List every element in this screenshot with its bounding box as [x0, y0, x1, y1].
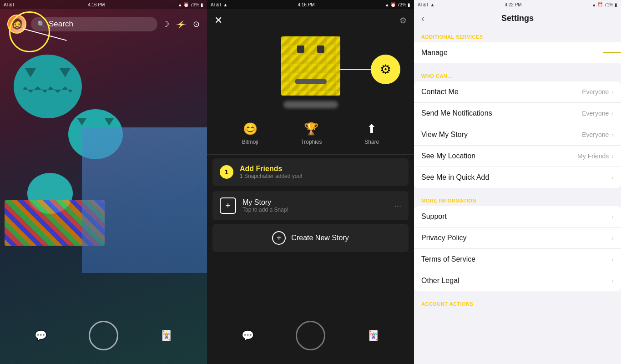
location-label: See My Location	[421, 152, 577, 160]
view-story-label: View My Story	[421, 131, 582, 139]
settings-group-additional: Manage › Manage	[414, 42, 621, 63]
view-story-chevron: ›	[611, 131, 614, 138]
pixel-mouth	[295, 79, 327, 84]
contact-me-value: Everyone	[582, 88, 609, 96]
settings-group-more-info: Support › Privacy Policy › Terms of Serv…	[414, 206, 621, 291]
gallery-icon[interactable]: 🃏	[160, 330, 172, 342]
time-2: 4:16 PM	[298, 2, 314, 7]
shutter-button[interactable]	[89, 321, 118, 350]
add-friends-badge: 1	[220, 165, 233, 179]
profile-shutter-button[interactable]	[296, 321, 325, 350]
settings-item-notifications[interactable]: Send Me Notifications Everyone ›	[414, 103, 621, 124]
settings-item-terms[interactable]: Terms of Service ›	[414, 249, 621, 270]
section-header-account: ACCOUNT ACTIONS	[414, 295, 621, 309]
trophies-action[interactable]: 🏆 Trophies	[301, 122, 322, 145]
manage-label: Manage	[421, 49, 611, 57]
bitmoji-label: Bitmoji	[242, 139, 258, 145]
time: 4:16 PM	[88, 2, 105, 7]
notifications-value: Everyone	[582, 110, 609, 117]
camera-bottom-bar: 💬 🃏	[0, 312, 207, 364]
add-friends-title: Add Friends	[240, 165, 401, 173]
story-more-icon[interactable]: ···	[394, 201, 401, 211]
back-button[interactable]: ‹	[421, 13, 424, 24]
location-chevron: ›	[611, 152, 614, 160]
share-action[interactable]: ⬆ Share	[364, 122, 379, 145]
chat-icon[interactable]: 💬	[35, 330, 47, 342]
terms-label: Terms of Service	[421, 255, 611, 263]
search-label: Search	[49, 20, 73, 29]
settings-item-contact-me[interactable]: Contact Me Everyone ›	[414, 81, 621, 103]
carrier-wifi-2: AT&T ▲	[211, 2, 227, 7]
settings-item-privacy[interactable]: Privacy Policy ›	[414, 228, 621, 249]
pixel-eye-left	[297, 46, 304, 53]
create-story-icon: +	[272, 231, 286, 245]
quick-add-chevron: ›	[611, 174, 614, 181]
battery-2: ▲ ⏰ 73% ▮	[385, 2, 410, 7]
add-friends-subtitle: 1 Snapchatter added you!	[240, 173, 401, 179]
search-icon: 🔍	[37, 20, 45, 28]
carrier-wifi: AT&T	[4, 2, 15, 7]
notifications-label: Send Me Notifications	[421, 109, 582, 117]
moon-icon[interactable]: ☽	[162, 19, 169, 29]
profile-status-bar: AT&T ▲ 4:16 PM ▲ ⏰ 73% ▮	[207, 0, 414, 9]
settings-item-quick-add[interactable]: See Me in Quick Add ›	[414, 167, 621, 188]
flash-icon[interactable]: ⚡	[177, 20, 186, 29]
search-bar[interactable]: 🔍 Search	[31, 17, 157, 31]
profile-gallery-icon[interactable]: 🃏	[367, 330, 379, 342]
flip-camera-icon[interactable]: ⊙	[193, 19, 200, 29]
add-friends-text: Add Friends 1 Snapchatter added you!	[240, 165, 401, 179]
settings-item-legal[interactable]: Other Legal ›	[414, 270, 621, 291]
user-avatar[interactable]: 🧔	[7, 15, 26, 34]
settings-title: Settings	[501, 14, 534, 23]
profile-chat-icon[interactable]: 💬	[242, 330, 254, 342]
camera-top-icons: ☽ ⚡ ⊙	[162, 19, 200, 29]
section-header-more-info: MORE INFORMATION	[414, 192, 621, 206]
legal-chevron: ›	[611, 277, 614, 284]
support-chevron: ›	[611, 213, 614, 220]
create-story-label: Create New Story	[291, 234, 348, 242]
terms-chevron: ›	[611, 256, 614, 263]
bitmoji-action[interactable]: 😊 Bitmoji	[242, 122, 258, 145]
profile-avatar-image	[281, 36, 340, 96]
create-story-row[interactable]: + Create New Story	[212, 224, 409, 252]
bitmoji-icon: 😊	[243, 122, 257, 136]
view-story-value: Everyone	[582, 131, 609, 138]
close-button[interactable]: ✕	[214, 15, 222, 26]
share-icon: ⬆	[367, 122, 377, 136]
blue-wall	[82, 127, 207, 273]
section-header-whocan: WHO CAN...	[414, 67, 621, 81]
profile-bottom-bar: 💬 🃏	[207, 312, 414, 364]
notifications-chevron: ›	[611, 110, 614, 117]
trophies-label: Trophies	[301, 139, 322, 145]
legal-label: Other Legal	[421, 277, 611, 285]
gear-annotation-circle: ⚙	[371, 55, 400, 84]
manage-annotation: Manage	[603, 28, 621, 78]
add-friends-row[interactable]: 1 Add Friends 1 Snapchatter added you!	[212, 158, 409, 186]
gear-annotation-line	[339, 69, 371, 70]
location-value: My Friends	[577, 152, 609, 160]
battery-3: ▲ ⏰ 71% ▮	[592, 2, 617, 7]
settings-item-manage[interactable]: Manage › Manage	[414, 42, 621, 63]
story-text: My Story Tap to add a Snap!	[242, 198, 388, 213]
settings-item-view-story[interactable]: View My Story Everyone ›	[414, 124, 621, 146]
username-blurred	[283, 101, 338, 108]
camera-top-bar: 🧔 🔍 Search ☽ ⚡ ⊙	[0, 9, 207, 39]
settings-nav: ‹ Settings	[414, 9, 621, 28]
my-story-row[interactable]: + My Story Tap to add a Snap! ···	[212, 191, 409, 220]
profile-header: ✕ ⚙	[207, 9, 414, 32]
contact-me-label: Contact Me	[421, 88, 582, 96]
story-title: My Story	[242, 198, 388, 207]
settings-status-bar: AT&T ▲ 4:22 PM ▲ ⏰ 71% ▮	[414, 0, 621, 9]
carrier-wifi-3: AT&T ▲	[418, 2, 434, 7]
pixel-eye-right	[317, 46, 324, 53]
settings-list: ADDITIONAL SERVICES Manage › Manage WHO …	[414, 28, 621, 364]
contact-me-chevron: ›	[611, 88, 614, 96]
settings-item-location[interactable]: See My Location My Friends ›	[414, 146, 621, 167]
camera-panel: AT&T 4:16 PM ▲ ⏰ 73% ▮ 🧔 🔍 Search ☽ ⚡ ⊙ …	[0, 0, 207, 364]
share-label: Share	[364, 139, 379, 145]
section-header-additional: ADDITIONAL SERVICES	[414, 28, 621, 42]
settings-panel: AT&T ▲ 4:22 PM ▲ ⏰ 71% ▮ ‹ Settings ADDI…	[414, 0, 621, 364]
gear-icon[interactable]: ⚙	[399, 15, 407, 25]
time-3: 4:22 PM	[505, 2, 521, 7]
settings-item-support[interactable]: Support ›	[414, 206, 621, 228]
